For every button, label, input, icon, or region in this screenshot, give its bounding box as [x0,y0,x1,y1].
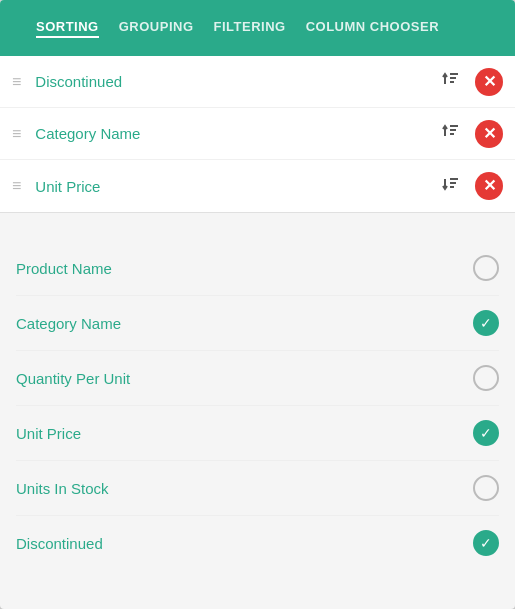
column-item-label: Units In Stock [16,480,473,497]
toolbar: SORTINGGROUPINGFILTERINGCOLUMN CHOOSER [0,0,515,56]
column-item-product_name[interactable]: Product Name [16,241,499,296]
sort-label: Category Name [35,125,441,142]
columns-header [16,213,499,241]
sort-row-unit_price: ≡Unit Price✕ [0,160,515,212]
sort-label: Unit Price [35,178,441,195]
tab-grouping[interactable]: GROUPING [119,19,194,38]
main-container: SORTINGGROUPINGFILTERINGCOLUMN CHOOSER ≡… [0,0,515,609]
column-item-label: Product Name [16,260,473,277]
sort-row-category_name: ≡Category Name✕ [0,108,515,160]
radio-checked-icon[interactable]: ✓ [473,530,499,556]
radio-unchecked-icon[interactable] [473,255,499,281]
radio-checked-icon[interactable]: ✓ [473,310,499,336]
column-item-quantity_per_unit[interactable]: Quantity Per Unit [16,351,499,406]
column-item-units_in_stock[interactable]: Units In Stock [16,461,499,516]
column-items: Product NameCategory Name✓Quantity Per U… [16,241,499,570]
sort-label: Discontinued [35,73,441,90]
radio-unchecked-icon[interactable] [473,475,499,501]
column-item-label: Unit Price [16,425,473,442]
drag-handle-icon[interactable]: ≡ [12,73,21,91]
drag-handle-icon[interactable]: ≡ [12,177,21,195]
sort-direction-icon[interactable] [441,69,461,94]
column-item-unit_price[interactable]: Unit Price✓ [16,406,499,461]
remove-sort-button[interactable]: ✕ [475,172,503,200]
toolbar-tabs: SORTINGGROUPINGFILTERINGCOLUMN CHOOSER [36,19,489,38]
radio-unchecked-icon[interactable] [473,365,499,391]
remove-sort-button[interactable]: ✕ [475,120,503,148]
tab-column_chooser[interactable]: COLUMN CHOOSER [306,19,439,38]
column-item-category_name[interactable]: Category Name✓ [16,296,499,351]
tab-filtering[interactable]: FILTERING [214,19,286,38]
column-item-label: Category Name [16,315,473,332]
sort-direction-icon[interactable] [441,121,461,146]
column-item-discontinued[interactable]: Discontinued✓ [16,516,499,570]
columns-section: Product NameCategory Name✓Quantity Per U… [0,213,515,609]
sort-direction-icon[interactable] [441,174,461,199]
remove-sort-button[interactable]: ✕ [475,68,503,96]
tab-sorting[interactable]: SORTING [36,19,99,38]
sort-row-discontinued: ≡Discontinued✕ [0,56,515,108]
active-sorts: ≡Discontinued✕≡Category Name✕≡Unit Price… [0,56,515,213]
column-item-label: Quantity Per Unit [16,370,473,387]
drag-handle-icon[interactable]: ≡ [12,125,21,143]
column-item-label: Discontinued [16,535,473,552]
radio-checked-icon[interactable]: ✓ [473,420,499,446]
